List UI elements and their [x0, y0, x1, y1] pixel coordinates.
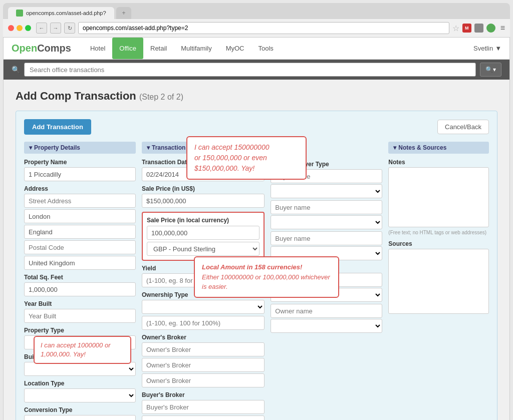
conversion-type-select[interactable] [24, 415, 136, 420]
cancel-back-button[interactable]: Cancel/Back [437, 120, 489, 134]
nav-item-hotel[interactable]: Hotel [83, 38, 112, 59]
page-title: Add Comp Transaction (Step 2 of 2) [16, 90, 497, 103]
search-icon: 🔍 [12, 66, 20, 74]
street-input[interactable] [24, 194, 136, 208]
sqft-label: Total Sq. Feet [24, 274, 136, 281]
property-section-label: Property Details [34, 144, 80, 151]
address-bar[interactable] [78, 22, 449, 34]
ann2-text1: Local Amount in 158 currencies! [202, 263, 302, 271]
property-section-header: ▾ Property Details [24, 142, 136, 154]
country-input[interactable] [24, 256, 136, 270]
property-type-label: Property Type [24, 327, 136, 334]
local-amount-input[interactable] [147, 226, 260, 240]
logo: OpenComps [12, 43, 71, 54]
user-area[interactable]: Svetlin ▼ [473, 45, 501, 52]
sale-price-field: Sale Price (in US$) [142, 185, 265, 208]
building-type-select[interactable] [24, 362, 136, 376]
browser-tab-new[interactable]: + [116, 7, 131, 19]
owners-broker-label: Owner's Broker [142, 334, 265, 341]
property-name-field: Property Name [24, 159, 136, 181]
location-type-select[interactable] [24, 388, 136, 402]
buyer-name-input-2[interactable] [271, 200, 382, 214]
sale-price-input[interactable] [142, 194, 265, 208]
owners-broker-input-1[interactable] [142, 342, 265, 356]
browser-controls: ← → ↻ ☆ M ≡ [3, 19, 510, 38]
annotation-sale-price: I can accept 150000000 or 150,000,000 or… [186, 136, 307, 180]
bookmark-icon[interactable]: ☆ [452, 24, 459, 33]
notes-column: ▾ Notes & Sources Notes (Free text; no H… [388, 142, 489, 420]
buyer-type-select-2[interactable] [271, 215, 382, 229]
maximize-button[interactable] [25, 25, 31, 31]
logo-open: Open [12, 43, 37, 54]
tab-favicon [16, 10, 23, 17]
local-currency-select[interactable]: GBP - Pound Sterling USD - US Dollar EUR… [147, 242, 260, 256]
add-transaction-button[interactable]: Add Transaction [24, 119, 91, 135]
logo-comps: Comps [37, 43, 71, 54]
owners-broker-input-2[interactable] [142, 358, 265, 372]
nav-item-myoc[interactable]: MyOC [219, 38, 251, 59]
owners-broker-input-3[interactable] [142, 373, 265, 387]
search-options-button[interactable]: 🔍▾ [480, 63, 501, 77]
property-arrow-icon: ▾ [29, 144, 32, 151]
nav-items: Hotel Office Retail Multifamily MyOC Too… [83, 38, 281, 59]
search-input[interactable] [24, 63, 476, 77]
notes-field: Notes (Free text; no HTML tags or web ad… [388, 159, 489, 235]
nav-item-office[interactable]: Office [112, 38, 143, 59]
annotation-local-currency: Local Amount in 158 currencies! Either 1… [194, 256, 339, 298]
close-button[interactable] [8, 25, 14, 31]
ownership-type-select[interactable] [142, 300, 265, 314]
notes-arrow-icon: ▾ [393, 144, 396, 151]
property-name-label: Property Name [24, 159, 136, 166]
conversion-type-field: Conversion Type [24, 406, 136, 420]
sources-textarea[interactable] [388, 249, 489, 314]
city-input[interactable] [24, 209, 136, 223]
form-card-header: Add Transaction Cancel/Back [24, 119, 489, 135]
notes-textarea[interactable] [388, 167, 489, 227]
nav-item-tools[interactable]: Tools [251, 38, 281, 59]
ext-icon-3[interactable] [486, 24, 495, 33]
menu-icon[interactable]: ≡ [500, 24, 505, 33]
search-bar: 🔍 🔍▾ [4, 60, 509, 80]
app-wrapper: OpenComps Hotel Office Retail Multifamil… [3, 38, 510, 420]
year-built-input[interactable] [24, 309, 136, 323]
owner-name-input-2[interactable] [271, 304, 382, 318]
postal-input[interactable] [24, 240, 136, 254]
ann3-text2: 1,000,000. Yay! [41, 350, 86, 358]
address-field: Address [24, 185, 136, 270]
sqft-input[interactable] [24, 282, 136, 296]
nav-item-retail[interactable]: Retail [143, 38, 174, 59]
notes-hint: (Free text; no HTML tags or web addresse… [388, 230, 489, 235]
owner-type-select-2[interactable] [271, 319, 382, 333]
address-label: Address [24, 185, 136, 192]
ext-icon-2[interactable] [474, 24, 483, 33]
buyer-name-input-3[interactable] [271, 231, 382, 245]
ann1-text: I can accept 150000000 [194, 143, 269, 151]
conversion-type-label: Conversion Type [24, 406, 136, 413]
refresh-button[interactable]: ↻ [64, 23, 75, 34]
forward-button[interactable]: → [50, 23, 61, 34]
ext-gmail-icon[interactable]: M [462, 24, 471, 33]
year-built-field: Year Built [24, 300, 136, 323]
sources-label: Sources [388, 240, 489, 247]
ann1-text2: or 150,000,000 or even [194, 154, 267, 162]
ownership-pct-input[interactable] [142, 316, 265, 330]
minimize-button[interactable] [17, 25, 23, 31]
annotation-sqft: I can accept 1000000 or 1,000,000. Yay! [34, 336, 131, 364]
sqft-field: Total Sq. Feet [24, 274, 136, 296]
buyers-broker-input-1[interactable] [142, 400, 265, 414]
back-button[interactable]: ← [36, 23, 47, 34]
buyers-broker-field: Buyer's Broker [142, 391, 265, 420]
traffic-lights [8, 25, 31, 31]
buyer-type-select-1[interactable] [271, 184, 382, 198]
nav-item-multifamily[interactable]: Multifamily [174, 38, 218, 59]
page-step: (Step 2 of 2) [139, 93, 183, 101]
state-input[interactable] [24, 225, 136, 239]
local-currency-box: Sale Price (in local currency) GBP - Pou… [142, 212, 265, 261]
year-built-label: Year Built [24, 300, 136, 307]
browser-tab-active[interactable]: opencomps.com/asset-add.php?type=2 [8, 7, 114, 19]
property-name-input[interactable] [24, 167, 136, 181]
browser-chrome: opencomps.com/asset-add.php?type=2 + [3, 3, 510, 19]
buyers-broker-input-2[interactable] [142, 415, 265, 420]
user-name: Svetlin [473, 45, 493, 52]
ann1-text3: $150,000,000. Yay! [194, 164, 254, 172]
